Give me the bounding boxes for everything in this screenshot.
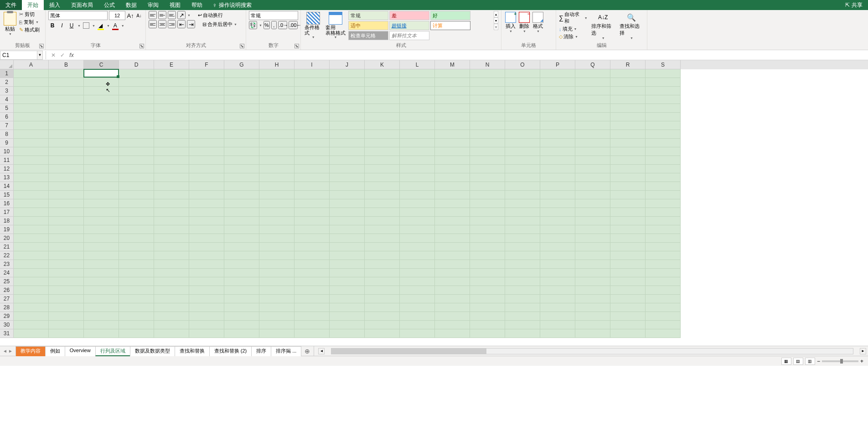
cell-E8[interactable]: [154, 130, 189, 139]
cell-Q1[interactable]: [575, 69, 610, 78]
style-normal[interactable]: 常规: [348, 11, 388, 20]
row-header-29[interactable]: 29: [0, 312, 14, 321]
cell-J20[interactable]: [330, 234, 365, 243]
cell-N30[interactable]: [470, 321, 505, 329]
cell-F3[interactable]: [189, 87, 224, 95]
cell-R5[interactable]: [610, 104, 646, 113]
cell-D6[interactable]: [119, 113, 154, 121]
cell-K22[interactable]: [365, 251, 400, 260]
sheet-tab-3[interactable]: 行列及区域: [95, 346, 130, 356]
cell-B28[interactable]: [49, 303, 84, 312]
row-header-12[interactable]: 12: [0, 165, 14, 173]
cell-O17[interactable]: [505, 208, 540, 217]
cell-D13[interactable]: [119, 173, 154, 182]
cell-N14[interactable]: [470, 182, 505, 191]
cell-M28[interactable]: [435, 303, 470, 312]
horizontal-scrollbar[interactable]: [331, 348, 853, 354]
cell-I28[interactable]: [294, 303, 330, 312]
cell-C9[interactable]: [84, 139, 119, 147]
cell-G12[interactable]: [224, 165, 259, 173]
row-header-28[interactable]: 28: [0, 303, 14, 312]
row-header-3[interactable]: 3: [0, 87, 14, 95]
cell-N17[interactable]: [470, 208, 505, 217]
cell-D5[interactable]: [119, 104, 154, 113]
cell-P19[interactable]: [540, 225, 575, 234]
cell-O12[interactable]: [505, 165, 540, 173]
cell-K13[interactable]: [365, 173, 400, 182]
cell-M15[interactable]: [435, 191, 470, 199]
cell-D20[interactable]: [119, 234, 154, 243]
cell-D16[interactable]: [119, 199, 154, 208]
cell-F10[interactable]: [189, 147, 224, 156]
cell-L25[interactable]: [400, 277, 435, 286]
column-header-P[interactable]: P: [540, 60, 575, 69]
cell-D17[interactable]: [119, 208, 154, 217]
cell-J16[interactable]: [330, 199, 365, 208]
cell-O1[interactable]: [505, 69, 540, 78]
cell-M30[interactable]: [435, 321, 470, 329]
cell-G31[interactable]: [224, 329, 259, 338]
cell-N16[interactable]: [470, 199, 505, 208]
column-header-R[interactable]: R: [610, 60, 646, 69]
cell-E7[interactable]: [154, 121, 189, 130]
style-check-cell[interactable]: 检查单元格: [348, 31, 388, 40]
cell-R12[interactable]: [610, 165, 646, 173]
sheet-tab-2[interactable]: Overview: [65, 346, 96, 356]
cell-B12[interactable]: [49, 165, 84, 173]
cell-P21[interactable]: [540, 243, 575, 251]
cell-R15[interactable]: [610, 191, 646, 199]
cell-D19[interactable]: [119, 225, 154, 234]
cell-H21[interactable]: [259, 243, 294, 251]
cell-B29[interactable]: [49, 312, 84, 321]
style-calculation[interactable]: 计算: [430, 21, 470, 30]
cell-R4[interactable]: [610, 95, 646, 104]
sheet-tab-1[interactable]: 例如: [45, 346, 65, 356]
cell-O15[interactable]: [505, 191, 540, 199]
row-header-14[interactable]: 14: [0, 182, 14, 191]
cell-I7[interactable]: [294, 121, 330, 130]
cell-C11[interactable]: [84, 156, 119, 165]
cell-S29[interactable]: [646, 312, 681, 321]
menu-view[interactable]: 视图: [164, 0, 186, 10]
cell-J4[interactable]: [330, 95, 365, 104]
gallery-more-button[interactable]: ▿: [494, 24, 498, 30]
cell-R29[interactable]: [610, 312, 646, 321]
cell-I23[interactable]: [294, 260, 330, 269]
cell-E14[interactable]: [154, 182, 189, 191]
cell-I15[interactable]: [294, 191, 330, 199]
cell-S16[interactable]: [646, 199, 681, 208]
cell-F15[interactable]: [189, 191, 224, 199]
cell-M2[interactable]: [435, 78, 470, 87]
cell-Q25[interactable]: [575, 277, 610, 286]
cell-O27[interactable]: [505, 295, 540, 303]
new-sheet-button[interactable]: ⊕: [301, 348, 314, 355]
cell-G22[interactable]: [224, 251, 259, 260]
cell-L12[interactable]: [400, 165, 435, 173]
cell-E9[interactable]: [154, 139, 189, 147]
cell-M24[interactable]: [435, 269, 470, 277]
cell-O14[interactable]: [505, 182, 540, 191]
cell-L18[interactable]: [400, 217, 435, 225]
row-header-8[interactable]: 8: [0, 130, 14, 139]
cell-K18[interactable]: [365, 217, 400, 225]
cell-H6[interactable]: [259, 113, 294, 121]
cell-A20[interactable]: [14, 234, 49, 243]
cell-J2[interactable]: [330, 78, 365, 87]
cell-M31[interactable]: [435, 329, 470, 338]
cell-A1[interactable]: [14, 69, 49, 78]
page-layout-view-button[interactable]: ▤: [793, 358, 803, 365]
cell-E13[interactable]: [154, 173, 189, 182]
cell-A15[interactable]: [14, 191, 49, 199]
cell-K4[interactable]: [365, 95, 400, 104]
cell-M3[interactable]: [435, 87, 470, 95]
cell-N6[interactable]: [470, 113, 505, 121]
menu-help[interactable]: 帮助: [186, 0, 208, 10]
cell-D30[interactable]: [119, 321, 154, 329]
zoom-out-button[interactable]: −: [817, 358, 820, 364]
insert-function-button[interactable]: fx: [67, 51, 76, 60]
cell-R16[interactable]: [610, 199, 646, 208]
cell-P27[interactable]: [540, 295, 575, 303]
cell-K15[interactable]: [365, 191, 400, 199]
cell-D11[interactable]: [119, 156, 154, 165]
cell-J27[interactable]: [330, 295, 365, 303]
